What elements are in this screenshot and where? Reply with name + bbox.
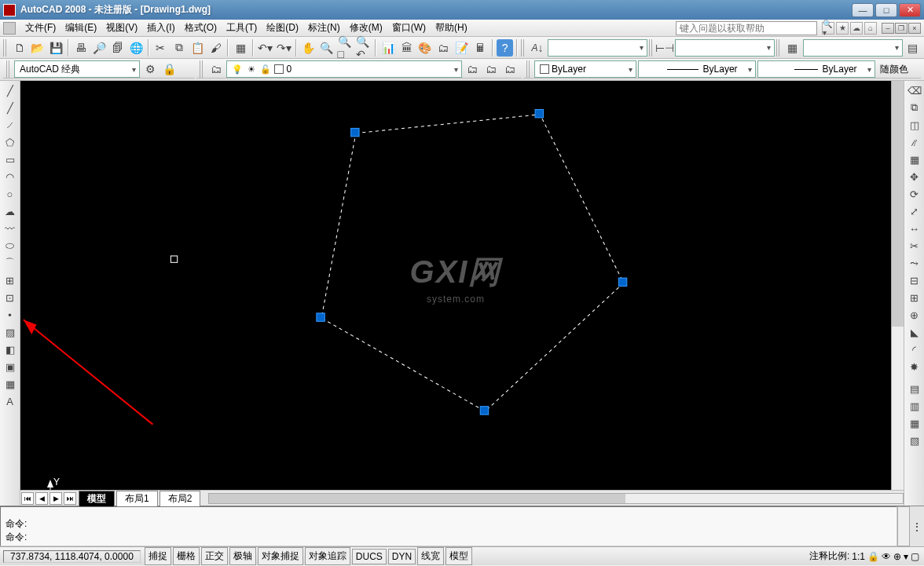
menu-edit[interactable]: 编辑(E) <box>60 20 101 36</box>
cmd-scrollbar[interactable] <box>897 506 910 546</box>
toolbar-grip[interactable] <box>3 39 8 57</box>
circle-icon[interactable]: ○ <box>2 186 18 202</box>
preview-icon[interactable]: 🔎 <box>91 39 108 57</box>
styles-more-icon[interactable]: ▤ <box>904 39 921 57</box>
workspace-settings-icon[interactable]: ⚙ <box>141 60 159 78</box>
tablestyle-btn-icon[interactable]: ▦ <box>784 39 801 57</box>
layer-dropdown[interactable]: 💡 ☀ 🔓 0 <box>226 60 462 78</box>
layer-prev-icon[interactable]: 🗂 <box>464 60 481 78</box>
tab-prev-icon[interactable]: ◀ <box>35 492 48 505</box>
layer-iso-icon[interactable]: 🗂 <box>501 60 519 78</box>
workspace-lock-icon[interactable]: 🔒 <box>160 60 178 78</box>
pan-icon[interactable]: ✋ <box>300 39 317 57</box>
explode-icon[interactable]: ✸ <box>907 359 922 374</box>
mirror-icon[interactable]: ◫ <box>907 117 922 133</box>
annoscale-value[interactable]: 1:1 <box>852 551 865 562</box>
ortho-toggle[interactable]: 正交 <box>201 547 228 565</box>
break-icon[interactable]: ⊞ <box>907 290 922 305</box>
drawing-canvas[interactable]: GXI网 system.com Y X <box>20 81 891 490</box>
blockeditor-icon[interactable]: ▦ <box>232 39 248 57</box>
grip[interactable] <box>351 128 359 136</box>
tab-next-icon[interactable]: ▶ <box>50 492 62 505</box>
paste-icon[interactable]: 📋 <box>189 39 206 57</box>
markup-icon[interactable]: 📝 <box>453 39 470 57</box>
line-icon[interactable]: ╱ <box>2 82 18 98</box>
rectangle-icon[interactable]: ▭ <box>2 152 18 167</box>
pline-icon[interactable]: ⟋ <box>2 117 18 133</box>
textstyle-dropdown[interactable] <box>548 39 647 57</box>
command-window[interactable]: 命令: 命令: <box>0 506 897 546</box>
vertical-scrollbar[interactable] <box>891 81 904 490</box>
workspace-dropdown[interactable]: AutoCAD 经典 <box>14 60 140 78</box>
menu-modify[interactable]: 修改(M) <box>345 20 387 36</box>
grid-toggle[interactable]: 栅格 <box>173 547 200 565</box>
help-search-input[interactable] <box>676 21 817 35</box>
draworder4-icon[interactable]: ▧ <box>907 433 922 448</box>
print-icon[interactable]: 🖶 <box>72 39 89 57</box>
hatch-icon[interactable]: ▨ <box>2 324 18 340</box>
toolbar-grip[interactable] <box>200 60 204 78</box>
dyn-toggle[interactable]: DYN <box>388 549 416 564</box>
grip[interactable] <box>480 407 488 414</box>
tab-last-icon[interactable]: ⏭ <box>64 492 76 505</box>
linetype-dropdown[interactable]: ByLayer <box>638 60 756 78</box>
cmd-grip-icon[interactable]: ⋮ <box>910 506 924 546</box>
scale-icon[interactable]: ⤢ <box>907 203 922 219</box>
textstyle-btn-icon[interactable]: A↓ <box>529 39 545 57</box>
toolbar-grip[interactable] <box>526 60 531 78</box>
help-icon[interactable]: ? <box>497 39 513 57</box>
extend-icon[interactable]: ⤳ <box>907 255 922 271</box>
polar-toggle[interactable]: 极轴 <box>229 547 256 565</box>
region-icon[interactable]: ▣ <box>2 359 18 374</box>
open-icon[interactable]: 📂 <box>29 39 46 57</box>
point-icon[interactable]: • <box>2 307 18 323</box>
cut-icon[interactable]: ✂ <box>152 39 169 57</box>
toolpalettes-icon[interactable]: 🎨 <box>416 39 433 57</box>
tab-model[interactable]: 模型 <box>79 491 115 506</box>
redo-icon[interactable]: ↷▾ <box>275 39 292 57</box>
grip[interactable] <box>317 313 324 321</box>
status-tray-icon[interactable]: ▾ <box>904 551 908 562</box>
spline-icon[interactable]: 〰 <box>2 221 18 236</box>
revcloud-icon[interactable]: ☁ <box>2 203 18 219</box>
sheetset-icon[interactable]: 🗂 <box>435 39 452 57</box>
mdi-minimize-button[interactable]: – <box>882 23 894 34</box>
toolbar-grip[interactable] <box>776 39 781 57</box>
new-icon[interactable]: 🗋 <box>11 39 28 57</box>
grip[interactable] <box>618 278 626 286</box>
tab-layout2[interactable]: 布局2 <box>160 491 201 506</box>
makeblock-icon[interactable]: ⊡ <box>2 290 18 305</box>
menu-insert[interactable]: 插入(I) <box>142 20 179 36</box>
array-icon[interactable]: ▦ <box>907 152 922 167</box>
calculator-icon[interactable]: 🖩 <box>472 39 489 57</box>
copy-obj-icon[interactable]: ⧉ <box>907 100 922 115</box>
save-icon[interactable]: 💾 <box>48 39 64 57</box>
gradient-icon[interactable]: ◧ <box>2 341 18 357</box>
publish-icon[interactable]: 🗐 <box>109 39 126 57</box>
stretch-icon[interactable]: ↔ <box>907 221 922 236</box>
copy-icon[interactable]: ⧉ <box>170 39 187 57</box>
table-icon[interactable]: ▦ <box>2 376 18 392</box>
layer-manager-icon[interactable]: 🗂 <box>207 60 225 78</box>
favorites-icon[interactable]: ★ <box>836 22 849 35</box>
coords-readout[interactable]: 737.8734, 1118.4074, 0.0000 <box>3 550 141 563</box>
otrack-toggle[interactable]: 对象追踪 <box>305 547 350 565</box>
comm-center-icon[interactable]: ☁ <box>850 22 863 35</box>
rotate-icon[interactable]: ⟳ <box>907 186 922 202</box>
xline-icon[interactable]: ╱ <box>2 100 18 115</box>
snap-toggle[interactable]: 捕捉 <box>145 547 171 565</box>
move-icon[interactable]: ✥ <box>907 169 922 184</box>
menu-view[interactable]: 视图(V) <box>101 20 142 36</box>
undo-icon[interactable]: ↶▾ <box>257 39 273 57</box>
menu-tools[interactable]: 工具(T) <box>222 20 262 36</box>
dimstyle-dropdown[interactable] <box>675 39 775 57</box>
fillet-icon[interactable]: ◜ <box>907 341 922 357</box>
ducs-toggle[interactable]: DUCS <box>352 549 387 564</box>
mdi-restore-button[interactable]: ❐ <box>895 23 908 34</box>
mdi-close-button[interactable]: × <box>908 23 921 34</box>
chamfer-icon[interactable]: ◣ <box>907 324 922 340</box>
zoomprev-icon[interactable]: 🔍↶ <box>355 39 372 57</box>
zoomrt-icon[interactable]: 🔍 <box>318 39 335 57</box>
minimize-button[interactable]: — <box>852 3 874 17</box>
arc-icon[interactable]: ◠ <box>2 169 18 184</box>
